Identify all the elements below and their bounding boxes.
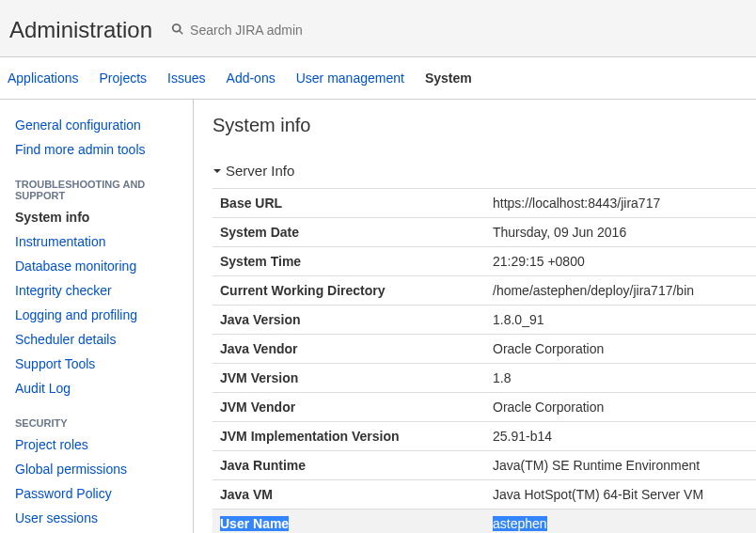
- main-content: System info Server Info Base URLhttps://…: [194, 100, 756, 533]
- info-value: 1.8.0_91: [485, 306, 756, 335]
- table-row: Java VMJava HotSpot(TM) 64-Bit Server VM: [213, 480, 756, 509]
- sidebar-item-password-policy[interactable]: Password Policy: [15, 481, 180, 506]
- table-row: Java RuntimeJava(TM) SE Runtime Environm…: [213, 451, 756, 480]
- table-row: JVM Implementation Version25.91-b14: [213, 422, 756, 451]
- table-row: Java Version1.8.0_91: [213, 306, 756, 335]
- chevron-down-icon: [213, 163, 222, 179]
- sidebar-item-global-permissions[interactable]: Global permissions: [15, 457, 180, 481]
- page-title: Administration: [9, 17, 152, 43]
- info-key: Java Version: [213, 306, 485, 335]
- info-key: Java Runtime: [213, 451, 485, 480]
- info-key: Java VM: [213, 480, 485, 509]
- info-key: System Time: [213, 247, 485, 276]
- admin-sidebar: General configurationFind more admin too…: [0, 100, 194, 533]
- table-row: JVM Version1.8: [213, 364, 756, 393]
- info-value: 25.91-b14: [485, 422, 756, 451]
- sidebar-item-integrity-checker[interactable]: Integrity checker: [15, 278, 180, 303]
- table-row: System DateThursday, 09 Jun 2016: [213, 218, 756, 247]
- sidebar-item-instrumentation[interactable]: Instrumentation: [15, 229, 180, 254]
- tab-user-management[interactable]: User management: [296, 71, 404, 86]
- sidebar-heading-troubleshooting: TROUBLESHOOTING AND SUPPORT: [15, 179, 180, 201]
- info-value: astephen: [485, 509, 756, 534]
- section-title: Server Info: [226, 163, 294, 179]
- server-info-table: Base URLhttps://localhost:8443/jira717Sy…: [213, 188, 756, 533]
- sidebar-item-audit-log[interactable]: Audit Log: [15, 376, 180, 400]
- main-title: System info: [213, 115, 756, 136]
- info-value: Java(TM) SE Runtime Environment: [485, 451, 756, 480]
- search-icon: [171, 23, 184, 39]
- sidebar-item-general-configuration[interactable]: General configuration: [15, 113, 180, 137]
- info-key: User Name: [213, 509, 485, 534]
- info-value: 1.8: [485, 364, 756, 393]
- sidebar-heading-security: SECURITY: [15, 417, 180, 429]
- info-value: Thursday, 09 Jun 2016: [485, 218, 756, 247]
- sidebar-item-logging-and-profiling[interactable]: Logging and profiling: [15, 303, 180, 327]
- sidebar-item-system-info[interactable]: System info: [15, 205, 180, 229]
- info-key: Current Working Directory: [213, 276, 485, 306]
- info-key: JVM Version: [213, 364, 485, 393]
- table-row: Base URLhttps://localhost:8443/jira717: [213, 189, 756, 218]
- table-row: Java VendorOracle Corporation: [213, 335, 756, 364]
- table-row: System Time21:29:15 +0800: [213, 247, 756, 276]
- sidebar-item-user-sessions[interactable]: User sessions: [15, 506, 180, 530]
- info-value: Oracle Corporation: [485, 393, 756, 422]
- sidebar-item-find-more-admin-tools[interactable]: Find more admin tools: [15, 137, 180, 162]
- info-key: Base URL: [213, 189, 485, 218]
- admin-header: Administration: [0, 0, 756, 57]
- info-value: /home/astephen/deploy/jira717/bin: [485, 276, 756, 306]
- info-key: JVM Vendor: [213, 393, 485, 422]
- tab-projects[interactable]: Projects: [100, 71, 148, 86]
- sidebar-item-support-tools[interactable]: Support Tools: [15, 352, 180, 376]
- sidebar-item-scheduler-details[interactable]: Scheduler details: [15, 327, 180, 352]
- table-row: Current Working Directory/home/astephen/…: [213, 276, 756, 306]
- info-key: System Date: [213, 218, 485, 247]
- sidebar-item-database-monitoring[interactable]: Database monitoring: [15, 254, 180, 278]
- admin-tabs: ApplicationsProjectsIssuesAdd-onsUser ma…: [0, 57, 756, 100]
- admin-search[interactable]: [171, 23, 354, 39]
- info-value: 21:29:15 +0800: [485, 247, 756, 276]
- info-value: https://localhost:8443/jira717: [485, 189, 756, 218]
- search-input[interactable]: [190, 23, 354, 38]
- tab-add-ons[interactable]: Add-ons: [227, 71, 276, 86]
- table-row: JVM VendorOracle Corporation: [213, 393, 756, 422]
- table-row: User Nameastephen: [213, 509, 756, 534]
- info-value: Java HotSpot(TM) 64-Bit Server VM: [485, 480, 756, 509]
- info-value: Oracle Corporation: [485, 335, 756, 364]
- tab-applications[interactable]: Applications: [8, 71, 79, 86]
- info-key: JVM Implementation Version: [213, 422, 485, 451]
- section-toggle-server-info[interactable]: Server Info: [213, 163, 756, 179]
- sidebar-item-project-roles[interactable]: Project roles: [15, 432, 180, 457]
- tab-system[interactable]: System: [425, 71, 472, 86]
- tab-issues[interactable]: Issues: [167, 71, 205, 86]
- info-key: Java Vendor: [213, 335, 485, 364]
